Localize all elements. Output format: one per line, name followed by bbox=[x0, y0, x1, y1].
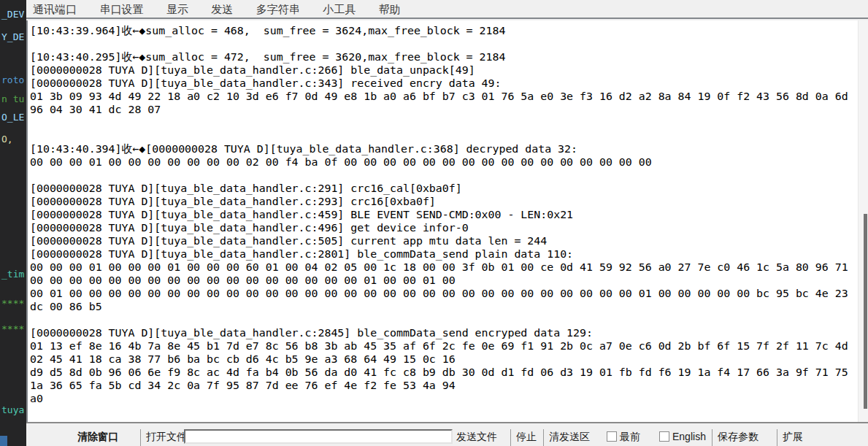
code-fragment: Y_DE bbox=[1, 31, 24, 42]
code-fragment: O, bbox=[1, 134, 13, 145]
separator bbox=[140, 429, 141, 446]
log-line: [10:43:40.394]收←◆[0000000028 TUYA D][tuy… bbox=[30, 142, 868, 155]
editor-statusbar-corner bbox=[0, 436, 7, 446]
menu-item-help[interactable]: 帮助 bbox=[379, 3, 401, 17]
log-line: [0000000028 TUYA D][tuya_ble_data_handle… bbox=[30, 195, 868, 208]
log-line: 01 3b 09 93 4d 49 22 18 a0 c2 10 3d e6 f… bbox=[30, 90, 868, 103]
log-line: 00 00 00 00 00 00 00 00 00 00 00 00 00 0… bbox=[30, 274, 868, 287]
log-line: [0000000028 TUYA D][tuya_ble_data_handle… bbox=[30, 326, 868, 339]
log-line: dc 00 86 b5 bbox=[30, 300, 868, 313]
log-line: 00 00 00 01 00 00 00 01 00 00 00 60 01 0… bbox=[30, 261, 868, 274]
code-fragment: n tu bbox=[1, 93, 24, 104]
log-line: [10:43:40.295]收←◆sum_alloc = 472, sum_fr… bbox=[30, 50, 868, 64]
code-fragment: **** bbox=[1, 323, 24, 334]
log-line: 02 45 41 18 ca 38 77 b6 ba bc cb d6 4c b… bbox=[30, 353, 868, 366]
stop-button[interactable]: 停止 bbox=[516, 431, 537, 444]
log-line: [0000000028 TUYA D][tuya_ble_data_handle… bbox=[30, 182, 868, 195]
code-fragment: tuya bbox=[1, 404, 24, 415]
always-on-top-label: 最前 bbox=[620, 431, 640, 442]
log-line: [0000000028 TUYA D][tuya_ble_data_handle… bbox=[30, 234, 868, 247]
screen: _DEV Y_DE roto n tu O_LE O, _tim **** **… bbox=[0, 0, 868, 446]
log-line: 00 00 00 01 00 00 00 00 00 00 00 02 00 f… bbox=[30, 155, 868, 169]
menu-item-multi-string[interactable]: 多字符串 bbox=[256, 3, 300, 17]
log-line: a0 bbox=[30, 392, 868, 405]
separator bbox=[510, 429, 511, 446]
log-line: [0000000028 TUYA D][tuya_ble_data_handle… bbox=[30, 247, 868, 261]
log-line: 01 13 ef 8e 16 4b 7a 8e 45 b1 7d e7 8c 5… bbox=[30, 339, 868, 353]
menu-item-tools[interactable]: 小工具 bbox=[323, 3, 356, 17]
log-line: 00 01 00 00 00 00 00 00 00 00 00 00 00 0… bbox=[30, 287, 868, 300]
separator bbox=[712, 429, 713, 446]
receive-log-area[interactable]: [10:43:39.964]收←◆sum_alloc = 468, sum_fr… bbox=[26, 20, 868, 422]
scrollbar-track[interactable] bbox=[858, 20, 868, 422]
extend-button[interactable]: 扩展 bbox=[783, 431, 803, 444]
log-line: 96 04 30 41 dc 28 07 bbox=[30, 103, 868, 116]
log-line: d9 d5 8d 0b 96 06 6e f9 8c ac 4d fa b4 0… bbox=[30, 366, 868, 379]
always-on-top-checkbox[interactable]: 最前 bbox=[607, 431, 640, 444]
checkbox-icon[interactable] bbox=[659, 431, 669, 442]
menu-item-display[interactable]: 显示 bbox=[166, 3, 188, 17]
send-file-button[interactable]: 发送文件 bbox=[456, 431, 497, 444]
scrollbar-thumb[interactable] bbox=[864, 214, 867, 409]
save-params-button[interactable]: 保存参数 bbox=[718, 431, 758, 444]
log-line: [0000000028 TUYA D][tuya_ble_data_handle… bbox=[30, 64, 868, 77]
menu-bar: 通讯端口 串口设置 显示 发送 多字符串 小工具 帮助 bbox=[26, 0, 868, 19]
log-line bbox=[30, 313, 868, 326]
bottom-toolbar: 清除窗口 打开文件 发送文件 停止 清发送区 最前 English 保存参数 扩… bbox=[26, 422, 868, 446]
menu-item-send[interactable]: 发送 bbox=[211, 3, 233, 17]
log-line bbox=[30, 169, 868, 182]
log-line: [10:43:39.964]收←◆sum_alloc = 468, sum_fr… bbox=[30, 24, 868, 37]
file-path-input[interactable] bbox=[184, 429, 453, 444]
clear-window-button[interactable]: 清除窗口 bbox=[77, 431, 118, 444]
log-line: [0000000028 TUYA D][tuya_ble_data_handle… bbox=[30, 77, 868, 90]
code-fragment: _tim bbox=[1, 269, 24, 280]
log-line bbox=[30, 116, 868, 129]
english-label: English bbox=[672, 431, 706, 442]
log-line: [0000000028 TUYA D][tuya_ble_data_handle… bbox=[30, 208, 868, 221]
separator bbox=[777, 429, 777, 446]
separator bbox=[543, 429, 544, 446]
clear-send-area-button[interactable]: 清发送区 bbox=[549, 431, 590, 444]
open-file-button[interactable]: 打开文件 bbox=[146, 431, 187, 444]
code-fragment: **** bbox=[1, 298, 24, 309]
english-checkbox[interactable]: English bbox=[659, 431, 706, 442]
log-line: [0000000028 TUYA D][tuya_ble_data_handle… bbox=[30, 221, 868, 234]
background-code-editor[interactable]: _DEV Y_DE roto n tu O_LE O, _tim **** **… bbox=[0, 0, 26, 446]
menu-item-serial-settings[interactable]: 串口设置 bbox=[99, 3, 143, 17]
code-fragment: _DEV bbox=[1, 9, 24, 20]
code-fragment: O_LE bbox=[1, 112, 24, 123]
log-line bbox=[30, 129, 868, 142]
code-fragment: roto bbox=[1, 74, 24, 85]
menu-item-comm-port[interactable]: 通讯端口 bbox=[33, 3, 77, 17]
checkbox-icon[interactable] bbox=[607, 431, 617, 442]
log-line bbox=[30, 37, 868, 50]
log-line: 1a 36 65 fa 5b cd 34 2c 0a 7f 95 87 7d e… bbox=[30, 379, 868, 392]
